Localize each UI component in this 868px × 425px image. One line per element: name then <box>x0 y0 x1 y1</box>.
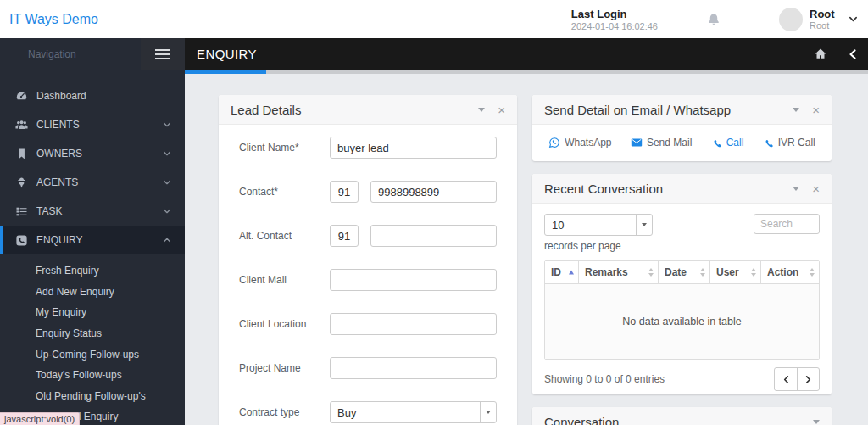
chevron-down-icon <box>163 207 171 215</box>
alt-contact-country-code-field[interactable] <box>330 225 359 247</box>
whatsapp-button[interactable]: WhatsApp <box>548 137 611 148</box>
task-list-icon <box>15 205 28 218</box>
sidebar-item-clients[interactable]: CLIENTS <box>0 110 185 139</box>
column-header-date[interactable]: Date <box>659 261 710 284</box>
chevron-down-icon <box>480 402 496 422</box>
collapse-panel-icon[interactable] <box>793 108 799 112</box>
main-content: Lead Details × Client Name* Contact* <box>185 74 868 425</box>
sort-asc-icon <box>569 271 574 275</box>
next-page-button[interactable] <box>797 368 819 390</box>
enquiry-phone-icon <box>15 234 28 247</box>
sidebar-subitem-upcoming-followups[interactable]: Up-Coming Follow-ups <box>0 344 185 365</box>
column-header-id[interactable]: ID <box>545 261 579 284</box>
sidebar-item-agents[interactable]: AGENTS <box>0 168 185 197</box>
collapse-panel-icon[interactable] <box>813 420 820 424</box>
sidebar-item-owners[interactable]: OWNERS <box>0 139 185 168</box>
sidebar-item-label: OWNERS <box>36 148 163 159</box>
sidebar-subitem-fresh-enquiry[interactable]: Fresh Enquiry <box>0 260 185 282</box>
client-name-field[interactable] <box>330 137 497 159</box>
sort-icon <box>810 268 815 277</box>
sidebar-subitem-enquiry-status[interactable]: Enquiry Status <box>0 323 185 344</box>
brand-link[interactable]: IT Ways Demo <box>0 12 98 27</box>
call-button[interactable]: Call <box>711 137 744 148</box>
page-size-select[interactable]: 10 <box>544 214 653 236</box>
sort-icon <box>648 268 654 277</box>
enquiry-submenu: Fresh Enquiry Add New Enquiry My Enquiry… <box>0 254 185 425</box>
contract-type-select[interactable]: Buy <box>330 401 497 423</box>
active-tab-indicator <box>185 70 266 74</box>
send-mail-button[interactable]: Send Mail <box>631 137 692 148</box>
app-window: IT Ways Demo Last Login 2024-01-04 16:02… <box>0 0 868 425</box>
showing-entries-label: Showing 0 to 0 of 0 entries <box>544 373 665 385</box>
field-label: Project Name <box>239 362 330 374</box>
whatsapp-icon <box>548 137 560 148</box>
contact-number-field[interactable] <box>370 181 497 203</box>
last-login-label: Last Login <box>571 8 658 20</box>
phone-icon <box>711 137 722 148</box>
field-label: Contact* <box>239 186 330 198</box>
phone-icon <box>763 137 774 148</box>
chevron-down-icon <box>636 215 652 235</box>
action-label: Call <box>726 137 744 148</box>
column-header-action[interactable]: Action <box>761 261 819 284</box>
collapse-panel-icon[interactable] <box>478 108 485 112</box>
sidebar-item-label: CLIENTS <box>36 119 163 131</box>
ivr-call-button[interactable]: IVR Call <box>763 137 815 148</box>
client-mail-field[interactable] <box>330 269 497 291</box>
records-per-page-label: records per page <box>544 240 653 252</box>
sidebar-item-label: AGENTS <box>36 176 163 188</box>
alt-contact-number-field[interactable] <box>370 225 497 247</box>
field-label: Client Location <box>239 318 330 330</box>
field-label: Contract type <box>239 406 330 418</box>
notifications-bell-icon[interactable] <box>707 13 721 26</box>
field-label: Alt. Contact <box>239 230 330 242</box>
search-input[interactable] <box>754 214 820 234</box>
action-label: Send Mail <box>647 137 692 148</box>
panel-title: Lead Details <box>231 103 301 117</box>
sidebar-subitem-add-new-enquiry[interactable]: Add New Enquiry <box>0 282 185 303</box>
user-menu[interactable]: Root Root <box>765 0 868 38</box>
chevron-down-icon <box>163 120 171 129</box>
action-label: WhatsApp <box>565 137 611 148</box>
collapse-panel-icon[interactable] <box>793 187 799 191</box>
last-login-block: Last Login 2024-01-04 16:02:46 <box>571 8 658 31</box>
chevron-down-icon <box>163 178 171 187</box>
contact-country-code-field[interactable] <box>330 181 359 203</box>
avatar <box>779 8 803 31</box>
sidebar-subitem-old-pending-followups[interactable]: Old Pending Follow-up's <box>0 386 185 407</box>
column-header-user[interactable]: User <box>710 261 761 284</box>
page-title: ENQUIRY <box>197 38 257 70</box>
action-label: IVR Call <box>778 137 815 148</box>
client-location-field[interactable] <box>330 313 497 335</box>
recent-conversation-panel: Recent Conversation × 10 records per pag… <box>532 174 832 394</box>
project-name-field[interactable] <box>330 357 497 379</box>
field-label: Client Name* <box>239 142 330 154</box>
panel-title: Conversation <box>544 415 619 425</box>
agents-user-icon <box>15 176 28 189</box>
close-panel-icon[interactable]: × <box>498 103 505 116</box>
column-header-remarks[interactable]: Remarks <box>579 261 659 284</box>
dashboard-icon <box>15 90 28 103</box>
send-detail-panel: Send Detail on Email / Whatsapp × WhatsA… <box>532 95 832 161</box>
home-icon[interactable] <box>814 48 827 60</box>
sidebar-item-enquiry[interactable]: ENQUIRY <box>0 226 185 254</box>
tab-underline-strip <box>185 70 868 74</box>
sidebar-item-dashboard[interactable]: Dashboard <box>0 81 185 110</box>
previous-page-button[interactable] <box>775 368 797 390</box>
sidebar-item-task[interactable]: TASK <box>0 197 185 226</box>
link-status-tooltip: javascript:void(0) <box>0 412 80 425</box>
top-header: IT Ways Demo Last Login 2024-01-04 16:02… <box>0 0 868 38</box>
sidebar-subitem-todays-followups[interactable]: Today's Follow-ups <box>0 365 185 386</box>
close-panel-icon[interactable]: × <box>812 103 820 116</box>
close-panel-icon[interactable]: × <box>812 182 820 195</box>
panel-title: Send Detail on Email / Whatsapp <box>544 103 731 117</box>
menu-hamburger-icon[interactable] <box>141 38 185 70</box>
mail-icon <box>631 137 643 148</box>
sidebar-subitem-my-enquiry[interactable]: My Enquiry <box>0 302 185 323</box>
user-name: Root <box>810 8 842 20</box>
chevron-down-icon <box>849 14 858 24</box>
empty-table-message: No data available in table <box>545 284 819 359</box>
collapse-back-icon[interactable] <box>848 48 858 60</box>
user-role: Root <box>810 20 842 31</box>
last-login-value: 2024-01-04 16:02:46 <box>571 21 658 31</box>
